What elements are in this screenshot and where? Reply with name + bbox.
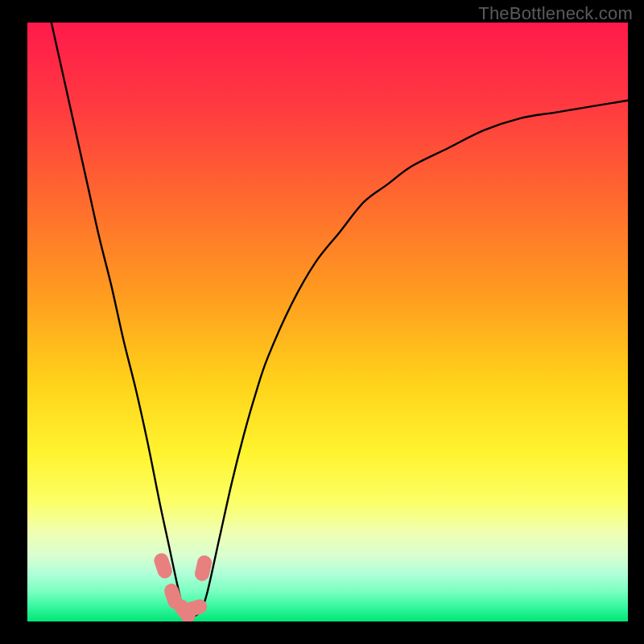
chart-frame: TheBottleneck.com: [0, 0, 644, 644]
watermark-text: TheBottleneck.com: [478, 3, 633, 24]
chart-plot-area: [27, 23, 628, 621]
chart-background: [27, 23, 628, 621]
chart-svg: [27, 23, 628, 621]
